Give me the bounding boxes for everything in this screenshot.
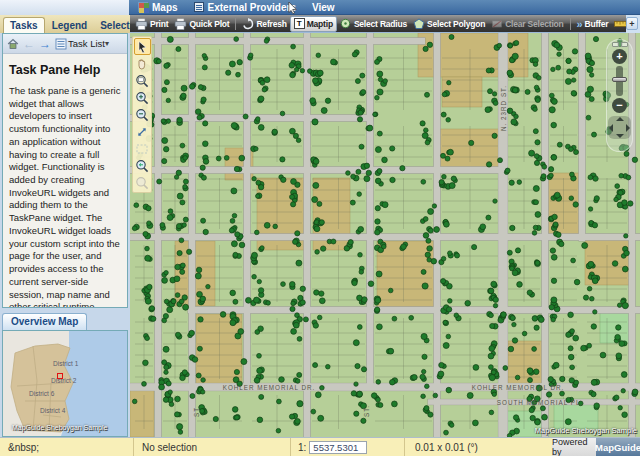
tree-dot — [258, 125, 264, 131]
tree-dot — [189, 84, 194, 89]
tree-dot — [433, 393, 438, 398]
tree-dot — [279, 377, 285, 383]
tree-dot — [266, 301, 271, 306]
zoom-in-tool[interactable] — [134, 89, 151, 106]
tree-dot — [512, 53, 518, 59]
mapguide-logo[interactable]: MapGuide — [596, 438, 640, 456]
tree-dot — [509, 180, 514, 185]
street — [130, 167, 507, 173]
top-bar-spacer — [0, 0, 129, 15]
tree-dot — [175, 396, 181, 402]
tree-dot — [392, 316, 397, 321]
tree-dot — [353, 340, 359, 346]
tree-dot — [622, 412, 628, 418]
forward-button[interactable]: → — [39, 39, 51, 49]
tree-dot — [200, 165, 205, 170]
quick-plot-button[interactable]: Quick Plot — [171, 16, 232, 32]
map-viewport[interactable]: KOHLER MEMORIAL DR. KOHLER MEMORIAL DR. … — [130, 33, 640, 437]
tree-dot — [528, 378, 533, 383]
next-view-tool[interactable] — [134, 174, 151, 191]
zoom-selection-tool[interactable] — [134, 140, 151, 157]
tree-dot — [164, 80, 169, 85]
tree-dot — [264, 222, 270, 228]
tree-dot — [166, 98, 170, 102]
tree-dot — [159, 384, 165, 390]
previous-view-tool[interactable] — [134, 157, 151, 174]
select-radius-button[interactable]: Select Radius — [337, 16, 410, 32]
tree-dot — [632, 389, 638, 395]
tree-dot — [400, 166, 405, 171]
tree-dot — [376, 271, 382, 277]
select-tool[interactable] — [134, 38, 151, 55]
menu-maps[interactable]: Maps — [138, 2, 178, 13]
pan-tool[interactable] — [134, 55, 151, 72]
tree-dot — [293, 322, 299, 328]
tree-dot — [534, 325, 539, 330]
tree-dot — [591, 379, 597, 385]
overview-map-tab[interactable]: Overview Map — [2, 313, 87, 330]
tree-dot — [449, 423, 454, 428]
buffer-button[interactable]: » Buffer — [574, 16, 612, 32]
toolbar-overflow-button[interactable]: + — [626, 17, 638, 30]
overview-map[interactable]: District 1 District 2 District 6 Distric… — [2, 330, 128, 437]
tree-dot — [455, 253, 460, 258]
menu-view[interactable]: View — [312, 2, 335, 13]
tree-dot — [179, 299, 184, 304]
menu-external-providers[interactable]: External Providers — [194, 2, 296, 13]
zoom-slider[interactable] — [616, 66, 623, 96]
tree-dot — [588, 261, 594, 267]
tree-dot — [254, 297, 260, 303]
tree-dot — [331, 59, 337, 65]
zoom-slider-handle[interactable] — [612, 77, 627, 82]
tree-dot — [390, 379, 396, 385]
zoom-window-icon — [135, 74, 149, 88]
pan-control[interactable] — [608, 116, 631, 139]
initial-extent-tool[interactable] — [134, 123, 151, 140]
tree-dot — [317, 70, 323, 76]
tab-tasks[interactable]: Tasks — [3, 17, 45, 33]
zoom-in-button[interactable]: + — [612, 49, 627, 64]
select-radius-label: Select Radius — [354, 19, 407, 29]
tree-dot — [213, 416, 218, 421]
measure-button[interactable]: Measure — [611, 16, 626, 32]
tree-dot — [258, 185, 263, 190]
tree-dot — [590, 73, 594, 77]
tree-dot — [312, 119, 318, 125]
home-button[interactable] — [7, 38, 19, 50]
maptip-button[interactable]: T Maptip — [290, 16, 337, 32]
refresh-button[interactable]: Refresh — [239, 16, 289, 32]
tree-dot — [428, 209, 434, 215]
print-button[interactable]: Print — [132, 16, 171, 32]
tree-dot — [371, 393, 377, 399]
scale-input[interactable] — [309, 441, 367, 454]
tree-dot — [557, 142, 562, 147]
parcel — [377, 241, 435, 307]
map-canvas[interactable]: KOHLER MEMORIAL DR. KOHLER MEMORIAL DR. … — [130, 33, 640, 437]
task-list-dropdown[interactable]: Task List ▾ — [55, 38, 109, 50]
tree-dot — [535, 212, 541, 218]
back-button[interactable]: ← — [23, 39, 35, 49]
tree-dot — [355, 364, 360, 369]
tree-dot — [425, 140, 430, 145]
zoom-rectangle-tool[interactable] — [134, 72, 151, 89]
tree-dot — [489, 313, 494, 318]
tree-dot — [291, 301, 296, 306]
tree-dot — [297, 372, 302, 377]
buffer-label: Buffer — [585, 19, 609, 29]
tree-dot — [229, 61, 235, 67]
tree-dot — [168, 209, 173, 214]
tree-dot — [559, 241, 564, 246]
overview-extent-box[interactable] — [57, 373, 63, 379]
select-polygon-button[interactable]: Select Polygon — [410, 16, 488, 32]
tree-dot — [511, 119, 517, 125]
dashed-box-icon — [135, 142, 149, 156]
zoom-out-tool[interactable] — [134, 106, 151, 123]
tree-dot — [624, 250, 630, 256]
tree-dot — [162, 159, 167, 164]
tree-dot — [230, 320, 236, 326]
zoom-out-button[interactable]: − — [612, 98, 627, 113]
tree-dot — [582, 243, 588, 249]
tab-legend[interactable]: Legend — [46, 18, 94, 33]
navigator-mini-buttons[interactable] — [612, 42, 628, 47]
clear-selection-button[interactable]: Clear Selection — [488, 16, 566, 32]
